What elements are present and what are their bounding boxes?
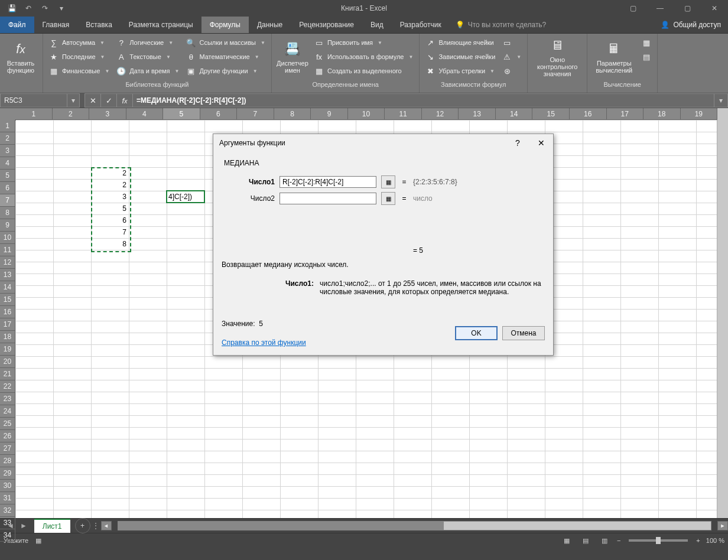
sheet-tab-active[interactable]: Лист1 bbox=[34, 519, 70, 533]
column-header[interactable]: 1 bbox=[15, 108, 53, 120]
row-header[interactable]: 25 bbox=[0, 418, 15, 430]
save-icon[interactable]: 💾 bbox=[5, 1, 19, 15]
watch-window-button[interactable]: 🖥 Окно контрольного значения bbox=[531, 35, 583, 79]
row-header[interactable]: 31 bbox=[0, 492, 15, 504]
column-header[interactable]: 3 bbox=[89, 108, 126, 120]
row-header[interactable]: 3 bbox=[0, 145, 15, 157]
close-button[interactable]: ✕ bbox=[701, 0, 728, 17]
qat-customize-icon[interactable]: ▾ bbox=[54, 1, 69, 15]
dialog-help-link[interactable]: Справка по этой функции bbox=[222, 338, 306, 347]
row-header[interactable]: 4 bbox=[0, 157, 15, 170]
add-sheet-button[interactable]: + bbox=[75, 518, 90, 533]
row-header[interactable]: 11 bbox=[0, 244, 15, 256]
row-header[interactable]: 34 bbox=[0, 529, 15, 542]
calc-sheet-button[interactable]: ▤ bbox=[639, 50, 654, 63]
row-header[interactable]: 12 bbox=[0, 256, 15, 269]
dialog-help-button[interactable]: ? bbox=[506, 134, 529, 152]
arg1-input[interactable] bbox=[280, 176, 376, 188]
row-header[interactable]: 21 bbox=[0, 368, 15, 380]
row-header[interactable]: 10 bbox=[0, 232, 15, 244]
dialog-close-button[interactable]: ✕ bbox=[529, 134, 553, 152]
column-header[interactable]: 5 bbox=[163, 108, 200, 120]
name-box[interactable]: R5C3 bbox=[0, 93, 67, 108]
calculation-options-button[interactable]: 🖩 Параметры вычислений bbox=[591, 35, 637, 79]
select-all-corner[interactable] bbox=[0, 108, 16, 121]
row-header[interactable]: 30 bbox=[0, 480, 15, 492]
tab-insert[interactable]: Вставка bbox=[77, 17, 121, 33]
tab-scroll-gripper[interactable]: ⋮ bbox=[90, 522, 101, 530]
row-header[interactable]: 6 bbox=[0, 182, 15, 194]
arg1-collapse-button[interactable]: ▦ bbox=[381, 175, 395, 188]
row-header[interactable]: 33 bbox=[0, 517, 15, 529]
column-header[interactable]: 16 bbox=[570, 108, 607, 120]
sheet-next-button[interactable]: ► bbox=[18, 522, 30, 530]
column-header[interactable]: 17 bbox=[607, 108, 644, 120]
row-header[interactable]: 2 bbox=[0, 132, 15, 145]
row-header[interactable]: 15 bbox=[0, 294, 15, 306]
dialog-titlebar[interactable]: Аргументы функции ? ✕ bbox=[213, 134, 553, 152]
zoom-in-button[interactable]: + bbox=[696, 537, 700, 544]
tab-formulas[interactable]: Формулы bbox=[202, 17, 249, 33]
date-time-button[interactable]: 🕒Дата и время▼ bbox=[114, 64, 181, 77]
row-header[interactable]: 26 bbox=[0, 430, 15, 442]
tab-home[interactable]: Главная bbox=[34, 17, 78, 33]
lookup-button[interactable]: 🔍Ссылки и массивы▼ bbox=[184, 36, 267, 49]
zoom-slider[interactable] bbox=[629, 539, 688, 542]
tab-page-layout[interactable]: Разметка страницы bbox=[121, 17, 202, 33]
row-header[interactable]: 1 bbox=[0, 120, 15, 132]
row-header[interactable]: 14 bbox=[0, 281, 15, 294]
create-from-selection-button[interactable]: ▦Создать из выделенного bbox=[312, 64, 415, 77]
row-header[interactable]: 13 bbox=[0, 269, 15, 281]
row-header[interactable]: 32 bbox=[0, 504, 15, 517]
share-button[interactable]: 👤 Общий доступ bbox=[654, 17, 728, 33]
recent-functions-button[interactable]: ★Последние▼ bbox=[47, 50, 112, 63]
column-header[interactable]: 12 bbox=[422, 108, 459, 120]
tab-review[interactable]: Рецензирование bbox=[291, 17, 362, 33]
calc-now-button[interactable]: ▦ bbox=[639, 36, 654, 49]
row-header[interactable]: 8 bbox=[0, 207, 15, 219]
show-formulas-button[interactable]: ▭ bbox=[500, 36, 524, 49]
tab-view[interactable]: Вид bbox=[362, 17, 392, 33]
autosum-button[interactable]: ∑Автосумма▼ bbox=[47, 36, 112, 49]
text-button[interactable]: AТекстовые▼ bbox=[114, 50, 181, 63]
evaluate-formula-button[interactable]: ⊛ bbox=[500, 64, 524, 77]
undo-icon[interactable]: ↶ bbox=[21, 1, 35, 15]
tab-file[interactable]: Файл bbox=[0, 17, 34, 33]
column-header[interactable]: 4 bbox=[126, 108, 164, 120]
view-page-break-button[interactable]: ▥ bbox=[598, 535, 611, 546]
row-header[interactable]: 9 bbox=[0, 219, 15, 232]
zoom-out-button[interactable]: − bbox=[617, 537, 620, 544]
column-header[interactable]: 14 bbox=[496, 108, 533, 120]
column-header[interactable]: 7 bbox=[237, 108, 274, 120]
remove-arrows-button[interactable]: ✖Убрать стрелки▼ bbox=[423, 64, 498, 77]
column-header[interactable]: 11 bbox=[385, 108, 422, 120]
use-in-formula-button[interactable]: fxИспользовать в формуле▼ bbox=[312, 50, 415, 63]
row-header[interactable]: 20 bbox=[0, 356, 15, 368]
logical-button[interactable]: ?Логические▼ bbox=[114, 36, 181, 49]
trace-dependents-button[interactable]: ↘Зависимые ячейки bbox=[423, 50, 498, 63]
trace-precedents-button[interactable]: ↗Влияющие ячейки bbox=[423, 36, 498, 49]
tab-developer[interactable]: Разработчик bbox=[392, 17, 450, 33]
column-header[interactable]: 8 bbox=[274, 108, 311, 120]
active-cell[interactable]: 4]C[-2]) bbox=[166, 190, 205, 203]
ribbon-options-icon[interactable]: ▢ bbox=[619, 0, 646, 17]
column-header[interactable]: 13 bbox=[459, 108, 496, 120]
zoom-level[interactable]: 100 % bbox=[706, 537, 724, 544]
maximize-button[interactable]: ▢ bbox=[674, 0, 701, 17]
row-header[interactable]: 17 bbox=[0, 318, 15, 331]
cancel-formula-button[interactable]: ✕ bbox=[84, 93, 100, 108]
row-header[interactable]: 16 bbox=[0, 306, 15, 318]
view-page-layout-button[interactable]: ▤ bbox=[579, 535, 592, 546]
row-header[interactable]: 28 bbox=[0, 455, 15, 467]
macro-record-icon[interactable]: ▦ bbox=[35, 537, 41, 545]
column-header[interactable]: 18 bbox=[644, 108, 681, 120]
formula-input[interactable]: =МЕДИАНА(R[-2]C[-2]:R[4]C[-2]) bbox=[133, 93, 714, 108]
column-header[interactable]: 19 bbox=[681, 108, 718, 120]
enter-formula-button[interactable]: ✓ bbox=[100, 93, 116, 108]
row-header[interactable]: 23 bbox=[0, 393, 15, 405]
row-header[interactable]: 29 bbox=[0, 467, 15, 480]
row-header[interactable]: 22 bbox=[0, 380, 15, 393]
expand-formula-bar-button[interactable]: ▾ bbox=[714, 93, 728, 108]
hscroll-right-button[interactable]: ► bbox=[717, 521, 728, 530]
column-header[interactable]: 6 bbox=[200, 108, 238, 120]
